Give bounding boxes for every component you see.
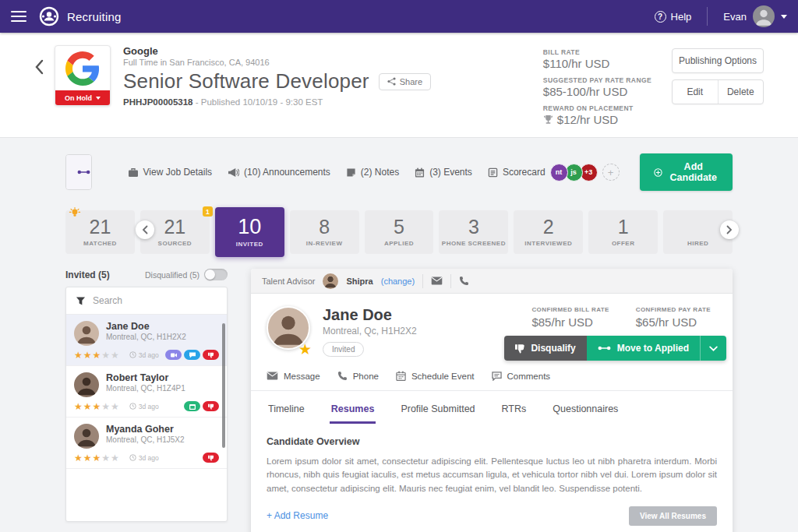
candidate-name: Myanda Goher	[106, 424, 185, 435]
stage-count: 10	[238, 217, 261, 238]
stage-applied[interactable]: 5 APPLIED	[365, 210, 434, 254]
stage-count: 21	[90, 217, 111, 237]
phone-icon	[337, 371, 348, 381]
stages-scroll-left-button[interactable]	[136, 220, 154, 239]
tab-rtrs[interactable]: RTRs	[500, 396, 528, 424]
help-button[interactable]: ? Help	[655, 11, 692, 23]
job-status-dropdown[interactable]: On Hold	[55, 90, 110, 105]
back-button[interactable]	[34, 59, 44, 126]
call-advisor-button[interactable]	[459, 276, 469, 286]
disqualify-button[interactable]: Disqualify	[504, 336, 586, 361]
list-scrollbar[interactable]	[222, 323, 225, 448]
share-icon	[387, 77, 396, 86]
add-team-member-button[interactable]: +	[602, 164, 620, 181]
rating-stars: ★★★★★	[74, 351, 120, 360]
clock-icon	[129, 351, 136, 358]
clock-icon	[129, 454, 136, 461]
notes-label: (2) Notes	[361, 167, 399, 178]
overview-text: Lorem ipsum dolor sit amet, consectetur …	[267, 455, 717, 495]
phone-action[interactable]: Phone	[337, 371, 379, 381]
overview-title: Candidate Overview	[267, 436, 717, 447]
trophy-icon	[543, 115, 553, 125]
view-all-resumes-button[interactable]: View All Resumes	[629, 506, 717, 526]
calendar-badge-icon	[184, 401, 200, 411]
favorite-star-icon[interactable]: ★	[298, 340, 312, 358]
edit-button[interactable]: Edit	[673, 80, 719, 104]
tab-profile-submitted[interactable]: Profile Submitted	[399, 396, 476, 424]
thumbs-down-badge-icon	[203, 350, 219, 360]
schedule-event-action[interactable]: Schedule Event	[396, 371, 475, 381]
add-resume-link[interactable]: + Add Resume	[267, 510, 328, 521]
calendar-icon	[396, 371, 406, 381]
stage-label: INTERVIEWED	[524, 240, 572, 247]
envelope-icon	[267, 372, 278, 380]
chevron-down-icon	[781, 15, 787, 19]
thumbs-down-badge-icon	[203, 401, 219, 411]
pay-range-label: SUGGESTED PAY RATE RANGE	[543, 76, 651, 84]
app-title: Recruiting	[67, 10, 122, 23]
pipeline-icon	[77, 169, 90, 175]
stage-label: OFFER	[612, 240, 635, 247]
share-label: Share	[400, 77, 422, 86]
stages-scroll-right-button[interactable]	[720, 220, 739, 239]
detail-candidate-location: Montreal, Qc, H1H2X2	[323, 326, 417, 336]
announcements-link[interactable]: (10) Announcements	[228, 167, 330, 178]
view-job-details-label: View Job Details	[143, 167, 213, 178]
candidate-row-myanda-goher[interactable]: Myanda Goher Montreal, QC, H1J5X2 ★★★★★ …	[66, 417, 227, 469]
stage-interviewed[interactable]: 2 INTERVIEWED	[514, 210, 583, 254]
notes-link[interactable]: (2) Notes	[346, 167, 399, 178]
stage-invited[interactable]: 10 INVITED	[215, 207, 284, 257]
candidate-time: 3d ago	[139, 351, 159, 359]
tab-timeline[interactable]: Timeline	[267, 396, 306, 424]
disqualified-toggle[interactable]	[204, 269, 228, 280]
rating-stars: ★★★★★	[74, 453, 120, 463]
scorecard-icon	[488, 167, 498, 178]
more-stage-actions-button[interactable]	[700, 336, 726, 361]
publishing-options-button[interactable]: Publishing Options	[672, 48, 764, 73]
bill-rate-label: BILL RATE	[543, 48, 651, 56]
share-button[interactable]: Share	[379, 73, 431, 90]
candidate-location: Montreal, QC, H1H2X2	[106, 333, 186, 341]
job-rates-block: BILL RATE $110/hr USD SUGGESTED PAY RATE…	[543, 48, 651, 126]
job-title: Senior Software Developer	[123, 69, 369, 93]
add-candidate-button[interactable]: Add Candidate	[640, 153, 733, 191]
comments-action[interactable]: Comments	[492, 371, 551, 381]
thumbs-down-badge-icon	[203, 453, 219, 463]
video-badge-icon	[165, 350, 182, 360]
stage-phone-screened[interactable]: 3 PHONE SCREENED	[439, 210, 508, 254]
pipeline-toolbar: Pipeline All Candidates View Job Details…	[0, 138, 798, 202]
move-to-applied-button[interactable]: Move to Applied	[587, 336, 700, 361]
search-input[interactable]	[93, 295, 186, 306]
stage-in-review[interactable]: 8 IN-REVIEW	[290, 210, 359, 254]
scorecard-label: Scorecard	[503, 167, 546, 178]
team-avatar[interactable]: nt	[550, 164, 568, 181]
delete-button[interactable]: Delete	[719, 80, 764, 104]
stage-count: 1	[618, 217, 629, 237]
add-candidate-label: Add Candidate	[669, 161, 719, 183]
hamburger-menu-icon[interactable]	[11, 11, 26, 22]
stage-matched[interactable]: 21 MATCHED	[65, 210, 135, 254]
comment-icon	[492, 372, 502, 381]
tab-resumes[interactable]: Resumes	[330, 396, 376, 424]
email-advisor-button[interactable]	[431, 277, 443, 285]
talent-advisor-bar: Talent Advisor Shipra (change)	[251, 269, 733, 294]
company-name: Google	[123, 45, 543, 57]
candidate-row-jane-doe[interactable]: Jane Doe Montreal, QC, H1H2X2 ★★★★★ 3d a…	[66, 315, 227, 366]
user-menu[interactable]: Evan	[723, 5, 787, 27]
events-link[interactable]: (3) Events	[415, 167, 472, 178]
chevron-down-icon	[709, 346, 718, 351]
change-advisor-link[interactable]: (change)	[381, 277, 415, 286]
stage-offer[interactable]: 1 OFFER	[588, 210, 658, 254]
message-action[interactable]: Message	[267, 371, 320, 381]
disqualified-count-label: Disqualified (5)	[145, 270, 200, 280]
candidate-avatar	[74, 424, 99, 449]
filter-icon	[76, 296, 86, 306]
disqualify-label: Disqualify	[531, 343, 575, 354]
scorecard-link[interactable]: Scorecard	[488, 167, 546, 178]
tab-pipeline[interactable]: Pipeline	[66, 155, 92, 189]
candidate-row-robert-taylor[interactable]: Robert Taylor Montreal, QC, H1Z4P1 ★★★★★…	[66, 366, 227, 417]
view-job-details-link[interactable]: View Job Details	[128, 167, 213, 178]
candidate-search	[66, 287, 227, 315]
tab-questionnaires[interactable]: Questionnaires	[551, 396, 620, 424]
candidate-time: 3d ago	[139, 454, 159, 462]
